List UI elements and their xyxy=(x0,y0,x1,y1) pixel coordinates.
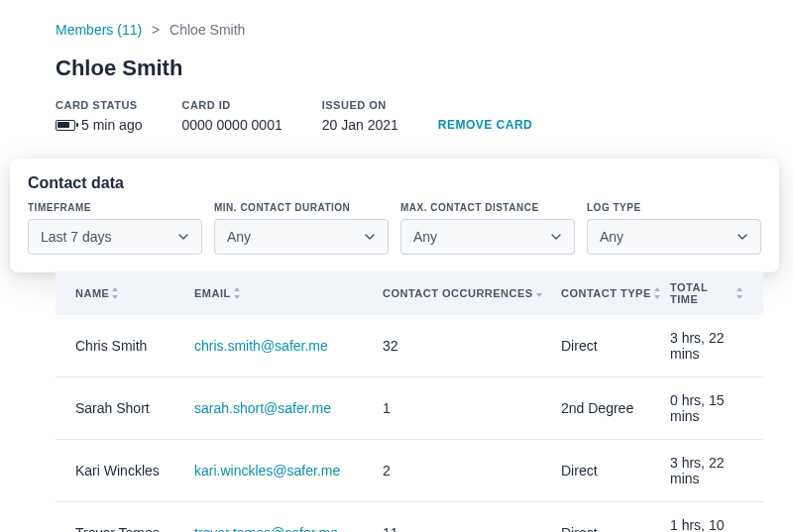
header-name[interactable]: NAME xyxy=(75,281,194,305)
min-duration-select[interactable]: Any xyxy=(214,219,389,255)
cell-type: Direct xyxy=(561,463,670,479)
chevron-down-icon xyxy=(736,231,748,243)
cell-name: Kari Winckles xyxy=(75,463,194,479)
cell-name: Trevor Tames xyxy=(75,525,194,532)
breadcrumb-members-link[interactable]: Members (11) xyxy=(56,22,142,38)
sort-down-icon xyxy=(535,289,543,297)
header-type-label: CONTACT TYPE xyxy=(561,287,651,299)
cell-email[interactable]: trevor.tames@safer.me xyxy=(194,525,383,532)
remove-card-button[interactable]: REMOVE CARD xyxy=(438,118,533,133)
card-status-block: CARD STATUS 5 min ago xyxy=(56,99,142,133)
cell-type: 2nd Degree xyxy=(561,400,670,416)
max-distance-label: MAX. CONTACT DISTANCE xyxy=(400,202,575,213)
max-distance-value: Any xyxy=(413,229,437,245)
header-time[interactable]: TOTAL TIME xyxy=(670,281,743,305)
card-status-label: CARD STATUS xyxy=(56,99,142,111)
header-time-label: TOTAL TIME xyxy=(670,281,734,305)
min-duration-value: Any xyxy=(227,229,251,245)
contact-data-panel: Contact data TIMEFRAME Last 7 days MIN. … xyxy=(10,159,779,272)
chevron-down-icon xyxy=(177,231,189,243)
header-email-label: EMAIL xyxy=(194,287,231,299)
header-occurrences-label: CONTACT OCCURRENCES xyxy=(383,287,533,299)
header-email[interactable]: EMAIL xyxy=(194,281,383,305)
sort-icon xyxy=(233,287,241,299)
contact-data-title: Contact data xyxy=(28,174,761,192)
timeframe-select[interactable]: Last 7 days xyxy=(28,219,202,255)
card-id-value: 0000 0000 0001 xyxy=(181,117,282,133)
table-row: Trevor Tamestrevor.tames@safer.me11Direc… xyxy=(56,502,763,532)
cell-occurrences: 2 xyxy=(383,463,561,479)
chevron-down-icon xyxy=(364,231,376,243)
timeframe-label: TIMEFRAME xyxy=(28,202,202,213)
table-header-row: NAME EMAIL CONTACT OCCURRENCES CONTACT T… xyxy=(56,271,763,315)
header-type[interactable]: CONTACT TYPE xyxy=(561,281,670,305)
cell-name: Sarah Short xyxy=(75,400,194,416)
cell-type: Direct xyxy=(561,338,670,354)
cell-time: 3 hrs, 22 mins xyxy=(670,455,743,486)
cell-type: Direct xyxy=(561,525,670,532)
cell-email[interactable]: chris.smith@safer.me xyxy=(194,338,383,354)
sort-icon xyxy=(653,287,661,299)
cell-email[interactable]: kari.winckles@safer.me xyxy=(194,463,383,479)
card-id-label: CARD ID xyxy=(181,99,282,111)
log-type-label: LOG TYPE xyxy=(587,202,761,213)
card-id-block: CARD ID 0000 0000 0001 xyxy=(181,99,282,133)
max-distance-select[interactable]: Any xyxy=(400,219,575,255)
cell-time: 3 hrs, 22 mins xyxy=(670,330,743,362)
cell-time: 0 hrs, 15 mins xyxy=(670,392,743,424)
sort-icon xyxy=(111,287,119,299)
issued-on-block: ISSUED ON 20 Jan 2021 xyxy=(322,99,398,133)
card-status-value: 5 min ago xyxy=(81,117,142,133)
cell-occurrences: 32 xyxy=(383,338,561,354)
timeframe-value: Last 7 days xyxy=(41,229,112,245)
cell-occurrences: 1 xyxy=(383,400,561,416)
breadcrumb-separator: > xyxy=(152,22,160,38)
breadcrumb-current: Chloe Smith xyxy=(170,22,245,38)
sort-icon xyxy=(736,287,743,299)
cell-email[interactable]: sarah.short@safer.me xyxy=(194,400,383,416)
header-name-label: NAME xyxy=(75,287,109,299)
table-row: Chris Smithchris.smith@safer.me32Direct3… xyxy=(56,315,763,377)
issued-on-label: ISSUED ON xyxy=(322,99,398,111)
cell-occurrences: 11 xyxy=(383,525,561,532)
table-row: Sarah Shortsarah.short@safer.me12nd Degr… xyxy=(56,377,763,440)
table-row: Kari Winckleskari.winckles@safer.me2Dire… xyxy=(56,440,763,502)
cell-time: 1 hrs, 10 mins xyxy=(670,517,743,532)
page-title: Chloe Smith xyxy=(56,55,753,81)
chevron-down-icon xyxy=(550,231,562,243)
battery-icon xyxy=(56,120,75,131)
contact-table: NAME EMAIL CONTACT OCCURRENCES CONTACT T… xyxy=(56,271,763,532)
log-type-select[interactable]: Any xyxy=(587,219,761,255)
header-occurrences[interactable]: CONTACT OCCURRENCES xyxy=(383,281,561,305)
breadcrumb: Members (11) > Chloe Smith xyxy=(56,22,753,38)
log-type-value: Any xyxy=(600,229,623,245)
min-duration-label: MIN. CONTACT DURATION xyxy=(214,202,389,213)
cell-name: Chris Smith xyxy=(75,338,194,354)
issued-on-value: 20 Jan 2021 xyxy=(322,117,398,133)
